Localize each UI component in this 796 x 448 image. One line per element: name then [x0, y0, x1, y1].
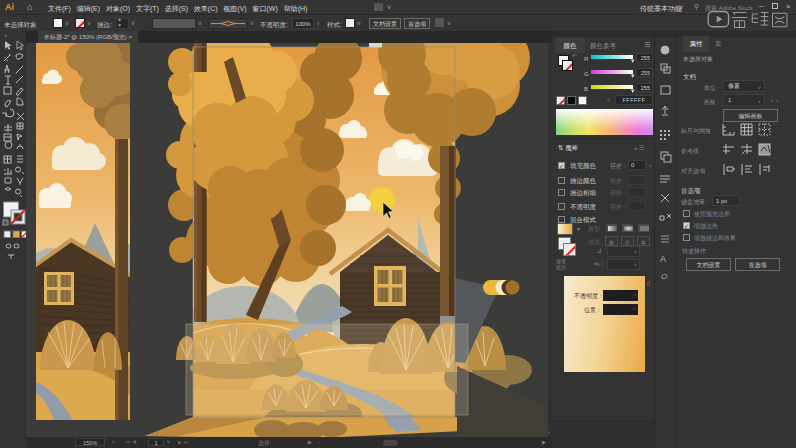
svg-text:A: A: [660, 254, 666, 264]
svg-text:G: G: [584, 71, 589, 77]
svg-text:O: O: [661, 272, 667, 281]
svg-text:R: R: [584, 56, 589, 62]
svg-text:»: »: [4, 32, 8, 38]
svg-text:˅: ˅: [548, 430, 551, 436]
svg-text:B: B: [584, 86, 588, 92]
